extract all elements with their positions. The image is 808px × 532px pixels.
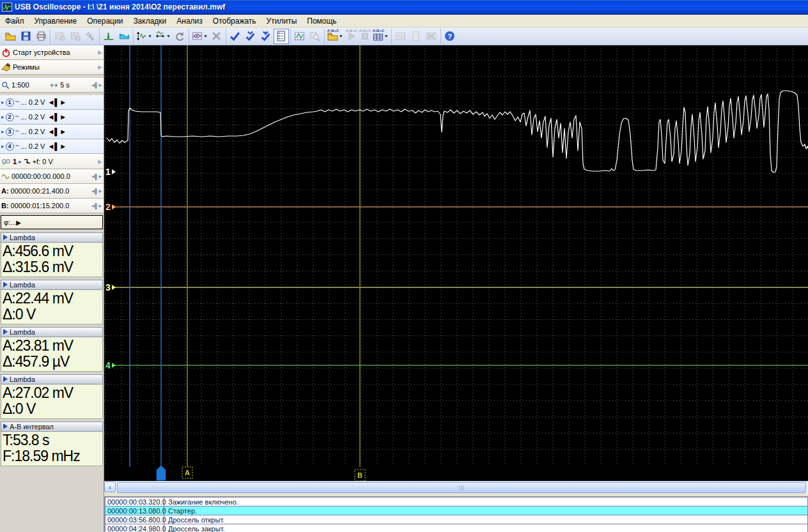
toolbar-group bbox=[50, 29, 100, 44]
menu-item-8[interactable]: Помощь bbox=[302, 15, 341, 27]
arrow-icon: ▸ bbox=[1, 128, 4, 135]
channel-number-badge: 3 bbox=[6, 128, 14, 136]
channel-3-row[interactable]: ▸3~... 0.2 V◄▌► bbox=[0, 125, 104, 139]
panel-header[interactable]: A-B интервал bbox=[1, 422, 103, 432]
log-timestamp: 00000:00:13.080.0 bbox=[105, 506, 164, 515]
adjust-arrows-icon[interactable]: ◄▌► bbox=[47, 128, 66, 135]
phi-label: φ:... bbox=[4, 218, 16, 226]
adjust-arrows-icon[interactable]: ◄▌► bbox=[90, 203, 102, 209]
frame-page-icon[interactable] bbox=[408, 29, 424, 44]
channel-number-badge: 2 bbox=[6, 113, 14, 121]
panel-values: A:23.81 mVΔ:457.9 µV bbox=[1, 337, 103, 372]
log-row[interactable]: 00000:03:56.800.0Дроссель открыт. bbox=[105, 515, 808, 524]
adjust-arrows-icon[interactable]: ◄▌► bbox=[47, 142, 66, 150]
start-device-row[interactable]: Старт устройства ▶ bbox=[0, 45, 104, 60]
channel-3-marker[interactable]: 3 bbox=[105, 282, 111, 293]
panel-header[interactable]: Lambda bbox=[1, 327, 103, 337]
time-cursor-row[interactable]: 00000:00:00.000.0 ◄▌► bbox=[0, 169, 104, 184]
cursor-b-row[interactable]: B: 00000:01:15.200.0 ◄▌► bbox=[0, 199, 104, 213]
copy-waveform-icon[interactable] bbox=[52, 29, 67, 44]
amplitude-scale-icon[interactable]: ▼ bbox=[135, 29, 153, 44]
select-range-icon[interactable] bbox=[292, 29, 307, 44]
menu-item-1[interactable]: Файл bbox=[0, 15, 29, 27]
waveform-svg[interactable]: 1234AB bbox=[104, 45, 808, 481]
menu-item-7[interactable]: Утилиты bbox=[261, 15, 302, 27]
print-icon[interactable] bbox=[33, 29, 49, 44]
inspect-icon[interactable] bbox=[307, 29, 323, 44]
oscilloscope-plot[interactable]: 1234AB bbox=[104, 45, 808, 481]
toolbar-group bbox=[1, 29, 50, 44]
channel-1-marker[interactable]: 1 bbox=[105, 167, 111, 177]
accept-next-icon[interactable] bbox=[258, 29, 274, 44]
frame-close-icon[interactable] bbox=[424, 29, 439, 44]
menu-item-5[interactable]: Анализ bbox=[171, 15, 208, 27]
open-file-icon[interactable] bbox=[3, 29, 18, 44]
adjust-arrows-icon[interactable]: ◄▌► bbox=[47, 98, 66, 106]
panel-arrow-icon bbox=[3, 328, 8, 336]
measurement-panel-1: LambdaA:456.6 mVΔ:315.6 mV bbox=[1, 232, 103, 277]
tools-icon[interactable] bbox=[82, 29, 98, 44]
undo-icon[interactable] bbox=[172, 29, 187, 44]
report-list-icon[interactable] bbox=[274, 29, 289, 44]
accept-icon[interactable] bbox=[228, 29, 243, 44]
measurement-value: Δ:315.6 mV bbox=[3, 259, 101, 275]
wave-icon: ~ bbox=[15, 142, 20, 151]
panel-header[interactable]: Lambda bbox=[1, 232, 103, 243]
channel-2-row[interactable]: ▸2~... 0.2 V◄▌► bbox=[0, 110, 104, 125]
horizontal-scrollbar[interactable]: ‹ bbox=[104, 481, 808, 492]
script-run-icon[interactable]: A:B+C bbox=[345, 29, 358, 44]
panel-header[interactable]: Lambda bbox=[1, 280, 103, 290]
panel-header[interactable]: Lambda bbox=[1, 374, 103, 384]
expand-arrow-icon[interactable]: ▶ bbox=[98, 49, 102, 56]
expand-arrow-icon[interactable]: ▶ bbox=[98, 158, 102, 165]
channel-4-row[interactable]: ▸4~... 0.2 V◄▌► bbox=[0, 139, 104, 154]
overlay-icon[interactable]: ▼ bbox=[190, 29, 209, 44]
script-open-icon[interactable]: A:B+C▼ bbox=[326, 29, 345, 44]
frame-view-icon[interactable] bbox=[393, 29, 408, 44]
menu-item-2[interactable]: Управление bbox=[29, 15, 82, 27]
time-scale-icon[interactable]: ▼ bbox=[153, 29, 172, 44]
zoom-row[interactable]: 1:500 5 s ◄▌► bbox=[0, 78, 104, 93]
menu-item-3[interactable]: Операции bbox=[82, 15, 128, 27]
signal-view-icon[interactable] bbox=[116, 29, 132, 44]
log-row[interactable]: 00000:04:24.980.0Дроссель закрыт. bbox=[105, 524, 808, 532]
cursor-a-row[interactable]: A: 00000:00:21.400.0 ◄▌► bbox=[0, 184, 104, 199]
toolbar-group bbox=[100, 29, 134, 44]
channel-2-marker[interactable]: 2 bbox=[105, 202, 111, 212]
copy-fragment-icon[interactable] bbox=[67, 29, 82, 44]
delete-icon[interactable] bbox=[209, 29, 224, 44]
trigger-row[interactable]: 1 ▸ +f: 0 V ▶ bbox=[0, 154, 104, 169]
menu-item-4[interactable]: Закладки bbox=[128, 15, 171, 27]
arrow-icon: ▸ bbox=[1, 143, 4, 149]
script-settings-icon[interactable]: A:B+C▼ bbox=[371, 29, 390, 44]
modes-row[interactable]: Режимы ▶ bbox=[0, 60, 104, 75]
panel-title: Lambda bbox=[10, 328, 35, 336]
expand-arrow-icon[interactable]: ▶ bbox=[16, 219, 21, 226]
adjust-arrows-icon[interactable]: ◄▌► bbox=[90, 188, 102, 194]
channel-4-marker[interactable]: 4 bbox=[105, 360, 111, 370]
expand-arrow-icon[interactable]: ▶ bbox=[98, 64, 102, 70]
wave-icon: ~ bbox=[15, 112, 20, 121]
panel-title: Lambda bbox=[10, 281, 35, 289]
help-icon[interactable]: ? bbox=[442, 29, 458, 44]
toolbar: ▼▼▼A:B+C▼A:B+CA:B+CA:B+C▼? bbox=[0, 27, 808, 45]
accept-all-icon[interactable] bbox=[243, 29, 258, 44]
log-row[interactable]: 00000:00:13.080.0Стартер. bbox=[105, 506, 808, 515]
menu-item-6[interactable]: Отображать bbox=[208, 15, 261, 27]
scroll-left-button[interactable]: ‹ bbox=[104, 482, 116, 492]
adjust-arrows-icon[interactable]: ◄▌► bbox=[91, 82, 103, 88]
spike-view-icon[interactable] bbox=[101, 29, 116, 44]
channel-number-badge: 4 bbox=[6, 142, 14, 151]
scrollbar-thumb[interactable] bbox=[117, 482, 806, 493]
script-stop-icon[interactable]: A:B+C bbox=[358, 29, 371, 44]
phi-row[interactable]: φ:... ▶ bbox=[1, 215, 103, 229]
save-file-icon[interactable] bbox=[18, 29, 33, 44]
log-row[interactable]: 00000:00:03.320.0Зажигание включено. bbox=[105, 497, 808, 506]
measurement-panel-5: A-B интервалT:53.8 sF:18.59 mHz bbox=[1, 422, 103, 466]
start-device-label: Старт устройства bbox=[13, 49, 70, 56]
adjust-arrows-icon[interactable]: ◄▌► bbox=[90, 174, 102, 179]
adjust-arrows-icon[interactable]: ◄▌► bbox=[47, 113, 66, 121]
channel-1-row[interactable]: ▸1~... 0.2 V◄▌► bbox=[0, 95, 104, 110]
measurement-value: A:23.81 mV bbox=[3, 338, 101, 354]
channel-range-value: ... 0.2 V bbox=[21, 142, 45, 150]
